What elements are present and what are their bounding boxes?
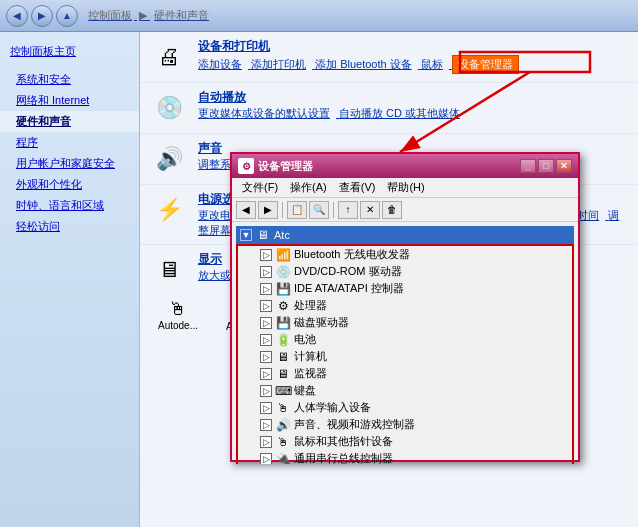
dm-bluetooth-icon: 📶 <box>275 248 291 262</box>
devices-printers-links: 添加设备 添加打印机 添加 Bluetooth 设备 鼠标 设备管理器 <box>198 55 519 74</box>
sidebar-item-network[interactable]: 网络和 Internet <box>0 90 139 111</box>
dm-bluetooth-expand[interactable]: ▷ <box>260 249 272 261</box>
dm-audio-label: 声音、视频和游戏控制器 <box>294 417 415 432</box>
dm-battery-expand[interactable]: ▷ <box>260 334 272 346</box>
sidebar-main-link[interactable]: 控制面板主页 <box>0 40 139 63</box>
nav-buttons: ◀ ▶ ▲ <box>6 5 78 27</box>
breadcrumb-home[interactable]: 控制面板 <box>88 9 132 21</box>
dm-item-cpu[interactable]: ▷ ⚙ 处理器 <box>258 297 572 314</box>
dm-cpu-expand[interactable]: ▷ <box>260 300 272 312</box>
dm-usb-icon: 🔌 <box>275 452 291 465</box>
dm-item-hid[interactable]: ▷ 🖱 人体学输入设备 <box>258 399 572 416</box>
dm-computer2-icon: 🖥 <box>275 350 291 364</box>
dm-disk-label: 磁盘驱动器 <box>294 315 349 330</box>
device-manager-btn[interactable]: 设备管理器 <box>452 55 519 74</box>
sidebar-item-programs[interactable]: 程序 <box>0 132 139 153</box>
autoplay-links: 更改媒体或设备的默认设置 自动播放 CD 或其他媒体 <box>198 106 466 121</box>
dm-tree-items-container: ▷ 📶 Bluetooth 无线电收发器 ▷ 💿 DVD/CD-ROM 驱动器 … <box>236 244 574 464</box>
sidebar-item-clock[interactable]: 时钟、语言和区域 <box>0 195 139 216</box>
dm-usb-expand[interactable]: ▷ <box>260 453 272 465</box>
dm-keyboard-expand[interactable]: ▷ <box>260 385 272 397</box>
sidebar: 控制面板主页 系统和安全 网络和 Internet 硬件和声音 程序 用户帐户和… <box>0 32 140 527</box>
dm-tb-forward[interactable]: ▶ <box>258 201 278 219</box>
dm-mouse-expand[interactable]: ▷ <box>260 436 272 448</box>
sidebar-item-ease[interactable]: 轻松访问 <box>0 216 139 237</box>
dm-close-btn[interactable]: ✕ <box>556 159 572 173</box>
link-autoplay-defaults[interactable]: 更改媒体或设备的默认设置 <box>198 107 330 119</box>
section-devices-printers[interactable]: 🖨 设备和打印机 添加设备 添加打印机 添加 Bluetooth 设备 鼠标 设… <box>140 32 638 83</box>
dm-computer2-label: 计算机 <box>294 349 327 364</box>
link-add-bluetooth[interactable]: 添加 Bluetooth 设备 <box>315 58 412 70</box>
dm-ide-expand[interactable]: ▷ <box>260 283 272 295</box>
dm-disk-icon: 💾 <box>275 316 291 330</box>
dm-computer-row[interactable]: ▼ 🖥 Atc <box>236 226 574 244</box>
dm-item-keyboard[interactable]: ▷ ⌨ 键盘 <box>258 382 572 399</box>
dm-computer2-expand[interactable]: ▷ <box>260 351 272 363</box>
autoplay-title[interactable]: 自动播放 <box>198 89 466 106</box>
link-add-device[interactable]: 添加设备 <box>198 58 242 70</box>
dm-item-computer[interactable]: ▷ 🖥 计算机 <box>258 348 572 365</box>
sound-icon: 🔊 <box>150 140 188 178</box>
dm-dvd-icon: 💿 <box>275 265 291 279</box>
dm-menu-file[interactable]: 文件(F) <box>236 178 284 197</box>
dm-computer-expand[interactable]: ▼ <box>240 229 252 241</box>
dm-maximize-btn[interactable]: □ <box>538 159 554 173</box>
dm-menu-help[interactable]: 帮助(H) <box>381 178 430 197</box>
dm-keyboard-icon: ⌨ <box>275 384 291 398</box>
up-button[interactable]: ▲ <box>56 5 78 27</box>
dm-menu-view[interactable]: 查看(V) <box>333 178 382 197</box>
breadcrumb: 控制面板 ▶ 硬件和声音 <box>86 8 211 23</box>
devices-printers-title[interactable]: 设备和打印机 <box>198 38 519 55</box>
dm-tb-uninstall[interactable]: 🗑 <box>382 201 402 219</box>
dm-window-buttons: _ □ ✕ <box>520 159 572 173</box>
dm-item-battery[interactable]: ▷ 🔋 电池 <box>258 331 572 348</box>
dm-item-bluetooth[interactable]: ▷ 📶 Bluetooth 无线电收发器 <box>258 246 572 263</box>
main-layout: 控制面板主页 系统和安全 网络和 Internet 硬件和声音 程序 用户帐户和… <box>0 32 638 527</box>
display-icon: 🖥 <box>150 251 188 289</box>
back-button[interactable]: ◀ <box>6 5 28 27</box>
partial-item-autode1[interactable]: 🖱 Autode... <box>148 299 208 335</box>
dm-title: 设备管理器 <box>258 159 520 174</box>
link-autoplay-cd[interactable]: 自动播放 CD 或其他媒体 <box>339 107 460 119</box>
dm-item-audio[interactable]: ▷ 🔊 声音、视频和游戏控制器 <box>258 416 572 433</box>
dm-tb-update[interactable]: ↑ <box>338 201 358 219</box>
breadcrumb-current[interactable]: 硬件和声音 <box>154 9 209 21</box>
link-mouse[interactable]: 鼠标 <box>421 58 443 70</box>
dm-tb-sep2 <box>333 202 334 218</box>
dm-minimize-btn[interactable]: _ <box>520 159 536 173</box>
dm-item-ide[interactable]: ▷ 💾 IDE ATA/ATAPI 控制器 <box>258 280 572 297</box>
dm-cpu-icon: ⚙ <box>275 299 291 313</box>
dm-tb-back[interactable]: ◀ <box>236 201 256 219</box>
dm-item-mouse[interactable]: ▷ 🖱 鼠标和其他指针设备 <box>258 433 572 450</box>
sidebar-item-users[interactable]: 用户帐户和家庭安全 <box>0 153 139 174</box>
link-add-printer[interactable]: 添加打印机 <box>251 58 306 70</box>
dm-dvd-label: DVD/CD-ROM 驱动器 <box>294 264 402 279</box>
dm-monitor-label: 监视器 <box>294 366 327 381</box>
dm-audio-icon: 🔊 <box>275 418 291 432</box>
forward-button[interactable]: ▶ <box>31 5 53 27</box>
dm-item-disk[interactable]: ▷ 💾 磁盘驱动器 <box>258 314 572 331</box>
dm-item-monitor[interactable]: ▷ 🖥 监视器 <box>258 365 572 382</box>
dm-tb-props[interactable]: 📋 <box>287 201 307 219</box>
dm-menubar: 文件(F) 操作(A) 查看(V) 帮助(H) <box>232 178 578 198</box>
dm-menu-action[interactable]: 操作(A) <box>284 178 333 197</box>
dm-dvd-expand[interactable]: ▷ <box>260 266 272 278</box>
dm-item-dvd[interactable]: ▷ 💿 DVD/CD-ROM 驱动器 <box>258 263 572 280</box>
sidebar-item-appearance[interactable]: 外观和个性化 <box>0 174 139 195</box>
autoplay-icon: 💿 <box>150 89 188 127</box>
dm-tb-scan[interactable]: 🔍 <box>309 201 329 219</box>
dm-item-usb[interactable]: ▷ 🔌 通用串行总线控制器 <box>258 450 572 464</box>
dm-tb-disable[interactable]: ✕ <box>360 201 380 219</box>
dm-hid-expand[interactable]: ▷ <box>260 402 272 414</box>
dm-disk-expand[interactable]: ▷ <box>260 317 272 329</box>
dm-hid-icon: 🖱 <box>275 401 291 415</box>
sidebar-item-hardware[interactable]: 硬件和声音 <box>0 111 139 132</box>
dm-monitor-expand[interactable]: ▷ <box>260 368 272 380</box>
section-autoplay[interactable]: 💿 自动播放 更改媒体或设备的默认设置 自动播放 CD 或其他媒体 <box>140 83 638 134</box>
sidebar-item-system[interactable]: 系统和安全 <box>0 69 139 90</box>
dm-mouse-label: 鼠标和其他指针设备 <box>294 434 393 449</box>
dm-audio-expand[interactable]: ▷ <box>260 419 272 431</box>
dm-keyboard-label: 键盘 <box>294 383 316 398</box>
dm-computer-label: Atc <box>274 229 290 241</box>
autoplay-body: 自动播放 更改媒体或设备的默认设置 自动播放 CD 或其他媒体 <box>198 89 466 121</box>
